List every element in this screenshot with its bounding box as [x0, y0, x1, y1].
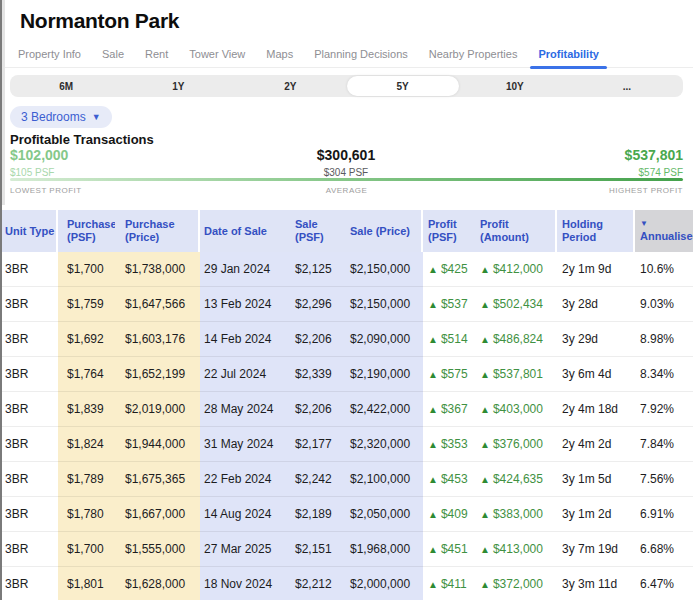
cell-profit-amount-value: $502,434 [493, 297, 543, 311]
transaction-row[interactable]: 3BR$1,824$1,944,00031 May 2024$2,177$2,3… [0, 427, 693, 462]
bedrooms-filter-dropdown[interactable]: 3 Bedrooms ▼ [10, 106, 112, 128]
cell-sale-price: $2,050,000 [345, 497, 423, 532]
transaction-row[interactable]: 3BR$1,700$1,738,00029 Jan 2024$2,125$2,1… [0, 252, 693, 287]
tab-profitability[interactable]: Profitability [538, 40, 599, 68]
time-range-1y[interactable]: 1Y [122, 75, 234, 97]
profit-up-icon: ▲ [480, 334, 490, 345]
cell-purchase-price: $1,647,566 [115, 287, 200, 322]
cell-profit-psf: ▲$409 [423, 497, 475, 532]
cell-purchase-price: $1,652,199 [115, 357, 200, 392]
cell-sale-psf: $2,212 [285, 567, 345, 600]
cell-date-of-sale: 27 Mar 2025 [200, 532, 285, 567]
column-header-purchase-psf[interactable]: Purchase (PSF) [58, 210, 115, 252]
cell-date-of-sale: 13 Feb 2024 [200, 287, 285, 322]
cell-holding-period: 3y 1m 2d [557, 497, 635, 532]
profit-summary-heading: Profitable Transactions [10, 132, 154, 147]
transaction-row[interactable]: 3BR$1,692$1,603,17614 Feb 2024$2,206$2,0… [0, 322, 693, 357]
page-title: Normanton Park [20, 9, 179, 33]
profit-up-icon: ▲ [480, 369, 490, 380]
time-range-6m[interactable]: 6M [10, 75, 122, 97]
cell-profit-amount-value: $424,635 [493, 472, 543, 486]
cell-profit-amount-value: $383,000 [493, 507, 543, 521]
cell-holding-period: 3y 28d [557, 287, 635, 322]
cell-profit-amount-value: $403,000 [493, 402, 543, 416]
bedrooms-filter-label: 3 Bedrooms [21, 110, 86, 124]
cell-sale-psf: $2,242 [285, 462, 345, 497]
profit-up-icon: ▲ [480, 544, 490, 555]
column-header-holding-period[interactable]: Holding Period [557, 210, 635, 252]
time-range-2y[interactable]: 2Y [234, 75, 346, 97]
cell-date-of-sale: 31 May 2024 [200, 427, 285, 462]
column-header-sale-psf[interactable]: Sale (PSF) [285, 210, 345, 252]
cell-annualised: 7.92% [635, 392, 693, 427]
column-header-profit-amount[interactable]: Profit (Amount) [475, 210, 557, 252]
cell-profit-psf: ▲$514 [423, 322, 475, 357]
profit-up-icon: ▲ [428, 264, 438, 275]
profit-up-icon: ▲ [428, 369, 438, 380]
cell-unit-type: 3BR [0, 252, 58, 287]
average-profit-label: AVERAGE [0, 186, 693, 195]
transaction-row[interactable]: 3BR$1,764$1,652,19922 Jul 2024$2,339$2,1… [0, 357, 693, 392]
cell-profit-amount-value: $412,000 [493, 262, 543, 276]
tab-sale[interactable]: Sale [102, 40, 124, 68]
time-range-5y[interactable]: 5Y [347, 76, 459, 96]
cell-profit-amount: ▲$412,000 [475, 252, 557, 287]
profit-up-icon: ▲ [428, 404, 438, 415]
cell-profit-psf: ▲$353 [423, 427, 475, 462]
highest-profit-amount: $537,801 [463, 147, 683, 163]
transaction-row[interactable]: 3BR$1,700$1,555,00027 Mar 2025$2,151$1,9… [0, 532, 693, 567]
sort-descending-icon: ▼ [640, 220, 693, 228]
cell-profit-psf-value: $575 [441, 367, 468, 381]
transaction-row[interactable]: 3BR$1,789$1,675,36522 Feb 2024$2,242$2,1… [0, 462, 693, 497]
column-header-date-of-sale[interactable]: Date of Sale [200, 210, 285, 252]
tab-maps[interactable]: Maps [266, 40, 293, 68]
cell-sale-psf: $2,151 [285, 532, 345, 567]
cell-holding-period: 2y 1m 9d [557, 252, 635, 287]
cell-sale-psf: $2,206 [285, 322, 345, 357]
cell-profit-amount: ▲$424,635 [475, 462, 557, 497]
cell-profit-amount: ▲$376,000 [475, 427, 557, 462]
column-header-profit-psf[interactable]: Profit (PSF) [423, 210, 475, 252]
cell-profit-psf-value: $367 [441, 402, 468, 416]
cell-profit-psf: ▲$537 [423, 287, 475, 322]
cell-holding-period: 3y 7m 19d [557, 532, 635, 567]
cell-profit-psf-value: $451 [441, 542, 468, 556]
tab-tower-view[interactable]: Tower View [189, 40, 245, 68]
profit-up-icon: ▲ [428, 334, 438, 345]
transaction-row[interactable]: 3BR$1,759$1,647,56613 Feb 2024$2,296$2,1… [0, 287, 693, 322]
column-header-annualised[interactable]: ▼ Annualised [635, 210, 693, 252]
cell-profit-amount-value: $486,824 [493, 332, 543, 346]
cell-sale-price: $2,422,000 [345, 392, 423, 427]
tab-rent[interactable]: Rent [145, 40, 168, 68]
time-range-more[interactable]: ... [571, 75, 683, 97]
tab-planning-decisions[interactable]: Planning Decisions [314, 40, 408, 68]
cell-holding-period: 3y 6m 4d [557, 357, 635, 392]
cell-sale-psf: $2,189 [285, 497, 345, 532]
cell-purchase-psf: $1,839 [58, 392, 115, 427]
highest-profit-label: HIGHEST PROFIT [609, 186, 683, 195]
column-header-sale-price[interactable]: Sale (Price) [345, 210, 423, 252]
cell-date-of-sale: 29 Jan 2024 [200, 252, 285, 287]
cell-date-of-sale: 18 Nov 2024 [200, 567, 285, 600]
profit-range-gradient-bar [10, 178, 683, 181]
cell-profit-psf-value: $353 [441, 437, 468, 451]
cell-sale-price: $2,150,000 [345, 252, 423, 287]
cell-purchase-psf: $1,759 [58, 287, 115, 322]
profit-up-icon: ▲ [480, 509, 490, 520]
time-range-10y[interactable]: 10Y [459, 75, 571, 97]
cell-purchase-price: $1,738,000 [115, 252, 200, 287]
column-header-purchase-price[interactable]: Purchase (Price) [115, 210, 200, 252]
transaction-row[interactable]: 3BR$1,839$2,019,00028 May 2024$2,206$2,4… [0, 392, 693, 427]
cell-annualised: 7.56% [635, 462, 693, 497]
tab-nearby-properties[interactable]: Nearby Properties [429, 40, 518, 68]
column-header-unit-type[interactable]: Unit Type [0, 210, 58, 252]
cell-profit-psf-value: $514 [441, 332, 468, 346]
cell-sale-price: $2,000,000 [345, 567, 423, 600]
cell-annualised: 8.98% [635, 322, 693, 357]
transaction-row[interactable]: 3BR$1,801$1,628,00018 Nov 2024$2,212$2,0… [0, 567, 693, 600]
cell-profit-psf: ▲$425 [423, 252, 475, 287]
tab-property-info[interactable]: Property Info [18, 40, 81, 68]
cell-purchase-psf: $1,789 [58, 462, 115, 497]
cell-profit-amount: ▲$403,000 [475, 392, 557, 427]
transaction-row[interactable]: 3BR$1,780$1,667,00014 Aug 2024$2,189$2,0… [0, 497, 693, 532]
